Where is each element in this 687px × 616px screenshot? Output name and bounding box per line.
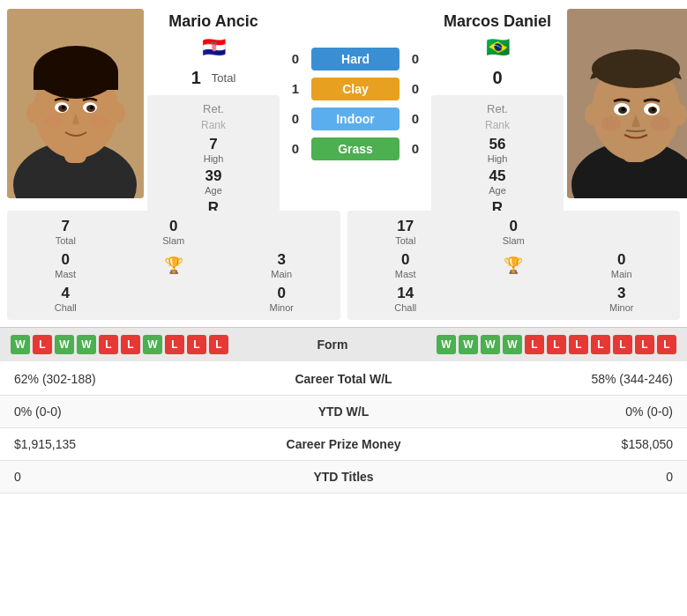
form-pill: W bbox=[55, 335, 74, 354]
p1-chall-lbl: Chall bbox=[55, 302, 77, 313]
p1-minor-lbl: Minor bbox=[269, 302, 294, 313]
player1-info: Mario Ancic 🇭🇷 1 Total Ret. Rank 7 High … bbox=[147, 9, 280, 198]
form-pill: L bbox=[613, 335, 632, 354]
form-pill: W bbox=[77, 335, 96, 354]
trophy-icon-2: 🏆 bbox=[504, 256, 523, 275]
form-pill: L bbox=[33, 335, 52, 354]
player2-age-lbl: Age bbox=[438, 185, 556, 196]
bottom-stats: 62% (302-188)Career Total W/L58% (344-24… bbox=[0, 363, 687, 494]
svg-point-29 bbox=[622, 108, 625, 111]
player1-name: Mario Ancic bbox=[168, 12, 258, 31]
player2-high-lbl: High bbox=[438, 153, 556, 164]
form-pill: L bbox=[547, 335, 566, 354]
form-pill: L bbox=[525, 335, 544, 354]
clay-score-right: 0 bbox=[407, 81, 424, 96]
p2-slam-val: 0 bbox=[510, 218, 518, 235]
court-hard-row: 0 Hard 0 bbox=[287, 48, 424, 71]
stats-row-right-val: 0% (0-0) bbox=[432, 404, 674, 419]
p1-main-cell: 3 Main bbox=[230, 251, 333, 279]
p1-total-cell: 7 Total bbox=[14, 218, 117, 246]
court-grass-row: 0 Grass 0 bbox=[287, 137, 424, 160]
svg-point-8 bbox=[111, 102, 125, 123]
indoor-score-right: 0 bbox=[407, 111, 424, 126]
hard-score-left: 0 bbox=[287, 51, 304, 66]
indoor-button[interactable]: Indoor bbox=[311, 108, 400, 130]
grass-score-left: 0 bbox=[287, 141, 304, 156]
stats-row-right-val: 0 bbox=[432, 470, 674, 484]
p1-slam-lbl: Slam bbox=[162, 235, 184, 246]
player2-flag: 🇧🇷 bbox=[486, 36, 510, 59]
player1-high-lbl: High bbox=[154, 153, 273, 164]
svg-point-32 bbox=[651, 116, 670, 130]
player2-total-score: 0 bbox=[492, 68, 502, 88]
p1-mast-lbl: Mast bbox=[55, 269, 76, 279]
clay-score-left: 1 bbox=[287, 81, 304, 96]
p2-main-cell: 0 Main bbox=[571, 251, 674, 279]
stats-row: 62% (302-188)Career Total W/L58% (344-24… bbox=[0, 363, 687, 396]
hard-button[interactable]: Hard bbox=[311, 48, 400, 71]
player2-photo bbox=[567, 9, 687, 198]
p2-total-cell: 17 Total bbox=[355, 218, 458, 246]
player-stats-grid: 7 Total 0 Slam 0 Mast 🏆 3 Main bbox=[0, 207, 687, 327]
p2-slam-lbl: Slam bbox=[503, 235, 525, 246]
p1-trophy-cell: 🏆 bbox=[123, 251, 226, 279]
p2-main-lbl: Main bbox=[611, 269, 632, 279]
court-indoor-row: 0 Indoor 0 bbox=[287, 108, 424, 130]
p2-chall-lbl: Chall bbox=[394, 302, 416, 313]
form-section: WLWWLLWLLL Form WWWWLLLLLLL bbox=[0, 327, 687, 361]
p2-minor-cell: 3 Minor bbox=[571, 285, 674, 313]
svg-point-31 bbox=[601, 116, 621, 130]
p1-mast-val: 0 bbox=[62, 251, 70, 269]
clay-button[interactable]: Clay bbox=[311, 78, 400, 100]
p2-mast-val: 0 bbox=[401, 251, 409, 269]
form-pill: W bbox=[11, 335, 30, 354]
form-pill: L bbox=[187, 335, 206, 354]
courts-column: 0 Hard 0 1 Clay 0 0 Indoor 0 0 Grass 0 bbox=[283, 48, 428, 160]
p2-chall-val: 14 bbox=[397, 285, 414, 302]
player2-high-val: 56 bbox=[438, 136, 556, 153]
svg-point-30 bbox=[652, 108, 655, 111]
p1-slam-val: 0 bbox=[169, 218, 177, 235]
p1-slam-cell: 0 Slam bbox=[123, 218, 226, 246]
p2-mast-cell: 0 Mast bbox=[355, 251, 458, 279]
svg-point-24 bbox=[673, 104, 687, 125]
top-section: Mario Ancic 🇭🇷 1 Total Ret. Rank 7 High … bbox=[0, 0, 687, 207]
p1-minor-cell: 0 Minor bbox=[230, 285, 333, 313]
player2-stat-grid: 17 Total 0 Slam 0 Mast 🏆 0 Main bbox=[347, 211, 681, 320]
total-label: Total bbox=[212, 71, 235, 85]
form-pill: W bbox=[143, 335, 162, 354]
form-pill: L bbox=[635, 335, 654, 354]
player1-age-val: 39 bbox=[154, 167, 273, 185]
stats-row-left-val: 0 bbox=[14, 470, 256, 484]
stats-row-left-val: 62% (302-188) bbox=[14, 372, 256, 386]
stats-row-left-val: $1,915,135 bbox=[14, 437, 256, 451]
p1-total-val: 7 bbox=[62, 218, 70, 235]
p2-minor-val: 3 bbox=[617, 285, 625, 302]
form-pill: L bbox=[591, 335, 610, 354]
form-pill: W bbox=[459, 335, 478, 354]
p1-mast-cell: 0 Mast bbox=[14, 251, 117, 279]
p2-slam-cell: 0 Slam bbox=[462, 218, 565, 246]
grass-button[interactable]: Grass bbox=[311, 137, 400, 160]
svg-rect-6 bbox=[34, 72, 118, 90]
player1-stat-grid: 7 Total 0 Slam 0 Mast 🏆 3 Main bbox=[7, 211, 340, 320]
stats-row-label: YTD Titles bbox=[256, 470, 432, 484]
form-pill: W bbox=[481, 335, 500, 354]
form-pill: W bbox=[437, 335, 456, 354]
player1-age-lbl: Age bbox=[154, 185, 273, 196]
player1-total-score: 1 bbox=[191, 68, 201, 88]
form-label: Form bbox=[228, 338, 437, 352]
svg-point-15 bbox=[44, 115, 62, 128]
main-container: Mario Ancic 🇭🇷 1 Total Ret. Rank 7 High … bbox=[0, 0, 687, 494]
p1-main-val: 3 bbox=[278, 251, 286, 269]
svg-point-23 bbox=[585, 104, 599, 125]
player1-rank-sublabel: Rank bbox=[201, 119, 226, 131]
stats-row-left-val: 0% (0-0) bbox=[14, 404, 256, 419]
court-clay-row: 1 Clay 0 bbox=[287, 78, 424, 100]
svg-point-14 bbox=[90, 106, 93, 109]
indoor-score-left: 0 bbox=[287, 111, 304, 126]
trophy-icon: 🏆 bbox=[164, 256, 183, 275]
p2-trophy-cell: 🏆 bbox=[462, 251, 565, 279]
p1-minor-val: 0 bbox=[278, 285, 286, 302]
hard-score-right: 0 bbox=[407, 51, 424, 66]
